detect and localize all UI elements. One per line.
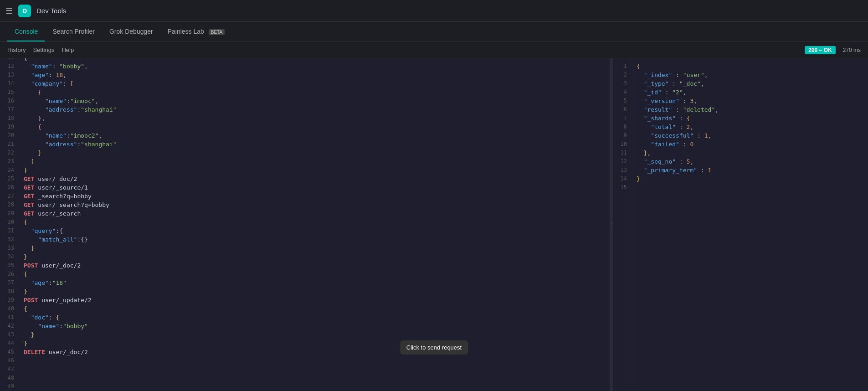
tab-search-profiler[interactable]: Search Profiler <box>45 22 102 41</box>
app-title: Dev Tools <box>36 7 67 15</box>
app-logo: D <box>18 5 31 17</box>
nav-tabs: Console Search Profiler Grok Debugger Pa… <box>0 22 868 42</box>
tab-grok-debugger[interactable]: Grok Debugger <box>102 22 160 41</box>
main-area: 9101112131415161718192021222324252627282… <box>0 58 868 391</box>
top-bar: ☰ D Dev Tools <box>0 0 868 22</box>
tab-console[interactable]: Console <box>7 22 45 41</box>
status-badge: 200 – OK <box>805 46 835 54</box>
editor-content[interactable]: 9101112131415161718192021222324252627282… <box>0 58 610 391</box>
editor-pane[interactable]: 9101112131415161718192021222324252627282… <box>0 58 610 391</box>
editor-line-numbers: 9101112131415161718192021222324252627282… <box>0 58 18 365</box>
hamburger-icon[interactable]: ☰ <box>5 6 13 16</box>
editor-code[interactable]: }PUT /account/_doc/1{ "name": "bobby", "… <box>18 58 610 365</box>
output-line-numbers: 123456789101112131415 <box>613 58 631 391</box>
output-code: { "_index" : "user", "_type" : "_doc", "… <box>631 58 868 391</box>
help-button[interactable]: Help <box>62 46 74 53</box>
time-badge: 270 ms <box>843 47 861 53</box>
output-content[interactable]: 123456789101112131415 { "_index" : "user… <box>613 58 868 391</box>
toolbar: History Settings Help 200 – OK 270 ms <box>0 42 868 58</box>
output-pane[interactable]: 123456789101112131415 { "_index" : "user… <box>613 58 868 391</box>
tab-painless-lab[interactable]: Painless Lab BETA <box>160 22 232 41</box>
history-button[interactable]: History <box>7 46 26 53</box>
beta-badge: BETA <box>209 29 225 35</box>
settings-button[interactable]: Settings <box>33 46 54 53</box>
